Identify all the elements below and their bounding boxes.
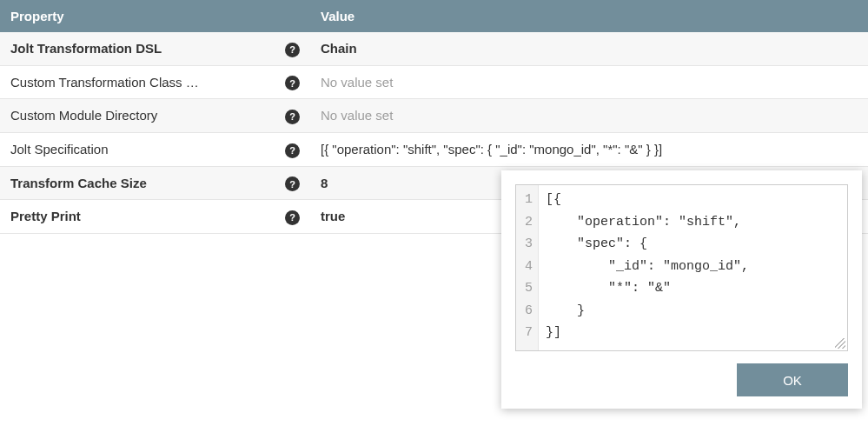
column-header-value: Value bbox=[310, 0, 868, 32]
help-icon[interactable]: ? bbox=[285, 43, 300, 57]
help-cell: ? bbox=[275, 32, 310, 65]
help-icon[interactable]: ? bbox=[285, 176, 300, 191]
column-header-help-spacer bbox=[275, 0, 310, 32]
property-name-cell: Pretty Print bbox=[0, 200, 275, 234]
help-cell: ? bbox=[275, 200, 310, 234]
editor-gutter: 1 2 3 4 5 6 7 bbox=[516, 185, 539, 350]
help-icon[interactable]: ? bbox=[285, 76, 300, 90]
editor-code[interactable]: [{ "operation": "shift", "spec": { "_id"… bbox=[539, 185, 847, 350]
property-value-cell[interactable]: No value set bbox=[310, 99, 868, 133]
help-icon[interactable]: ? bbox=[285, 210, 300, 225]
table-row[interactable]: Custom Module Directory?No value set bbox=[0, 99, 868, 133]
table-row[interactable]: Jolt Specification?[{ "operation": "shif… bbox=[0, 132, 868, 166]
editor-popup: 1 2 3 4 5 6 7 [{ "operation": "shift", "… bbox=[501, 170, 862, 409]
help-cell: ? bbox=[275, 132, 310, 166]
help-cell: ? bbox=[275, 166, 310, 200]
column-header-property: Property bbox=[0, 0, 275, 32]
table-row[interactable]: Custom Transformation Class …?No value s… bbox=[0, 65, 868, 99]
property-value-cell[interactable]: [{ "operation": "shift", "spec": { "_id"… bbox=[310, 132, 868, 166]
property-name-cell: Custom Module Directory bbox=[0, 99, 275, 133]
ok-button[interactable]: OK bbox=[737, 363, 848, 396]
table-row[interactable]: Jolt Transformation DSL?Chain bbox=[0, 32, 868, 65]
property-name-cell: Jolt Transformation DSL bbox=[0, 32, 275, 65]
property-name-cell: Transform Cache Size bbox=[0, 166, 275, 200]
property-name-cell: Custom Transformation Class … bbox=[0, 65, 275, 99]
help-icon[interactable]: ? bbox=[285, 143, 300, 158]
help-icon[interactable]: ? bbox=[285, 110, 300, 124]
property-value-cell[interactable]: No value set bbox=[310, 65, 868, 99]
editor-resize-grip[interactable] bbox=[835, 338, 845, 349]
help-cell: ? bbox=[275, 65, 310, 99]
table-header-row: Property Value bbox=[0, 0, 868, 32]
popup-footer: OK bbox=[515, 363, 848, 396]
help-cell: ? bbox=[275, 99, 310, 133]
code-editor[interactable]: 1 2 3 4 5 6 7 [{ "operation": "shift", "… bbox=[515, 184, 848, 351]
property-value-cell[interactable]: Chain bbox=[310, 32, 868, 65]
property-name-cell: Jolt Specification bbox=[0, 132, 275, 166]
